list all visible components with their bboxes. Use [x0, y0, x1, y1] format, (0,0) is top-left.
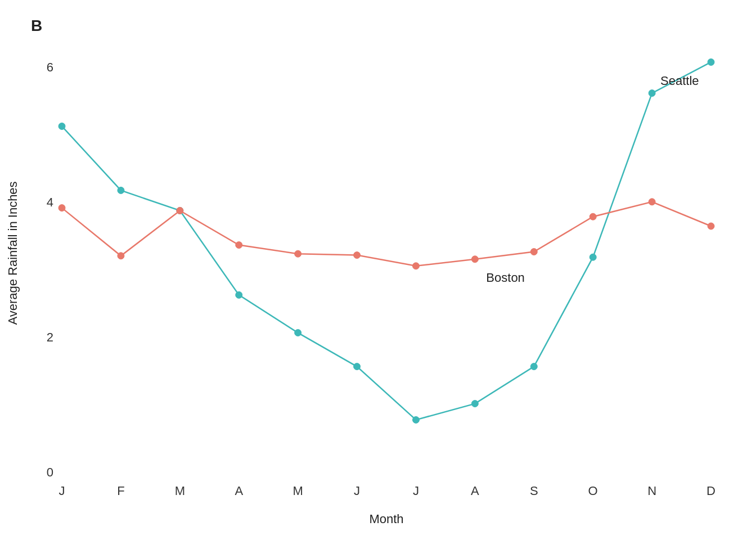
dot-boston-10: [649, 199, 655, 205]
y-tick-label: 4: [47, 195, 53, 209]
dot-seattle-6: [412, 416, 419, 423]
y-tick-label: 0: [47, 465, 53, 479]
dot-seattle-3: [236, 291, 242, 298]
x-tick-label: A: [235, 484, 243, 498]
boston-label: Boston: [486, 271, 525, 285]
x-tick-label: M: [175, 484, 185, 498]
x-tick-label: J: [354, 484, 360, 498]
chart-container: BAverage Rainfall in InchesMonth0246JFMA…: [0, 0, 756, 540]
line-boston: [62, 202, 711, 266]
dot-seattle-0: [58, 123, 65, 129]
x-tick-label: J: [413, 484, 419, 498]
dot-boston-6: [412, 263, 419, 269]
dot-boston-1: [118, 253, 124, 259]
dot-boston-8: [530, 249, 537, 255]
dot-boston-0: [58, 205, 65, 212]
dot-boston-11: [708, 223, 714, 230]
dot-boston-7: [471, 256, 478, 263]
x-tick-label: D: [706, 484, 716, 498]
dot-seattle-5: [354, 363, 361, 370]
dot-seattle-1: [118, 187, 124, 194]
x-tick-label: S: [530, 484, 538, 498]
dot-boston-3: [236, 242, 242, 249]
dot-boston-4: [295, 250, 302, 257]
dot-seattle-7: [471, 400, 478, 407]
y-axis-label: Average Rainfall in Inches: [6, 181, 20, 325]
seattle-label: Seattle: [660, 74, 699, 88]
x-tick-label: O: [588, 484, 598, 498]
y-tick-label: 6: [47, 60, 53, 74]
dot-seattle-4: [295, 330, 302, 336]
dot-seattle-11: [708, 58, 714, 65]
chart-title: B: [31, 17, 42, 34]
y-tick-label: 2: [47, 330, 53, 344]
line-seattle: [62, 62, 711, 420]
x-tick-label: M: [292, 484, 303, 498]
x-tick-label: N: [647, 484, 656, 498]
x-axis-label: Month: [369, 512, 403, 526]
dot-seattle-10: [649, 90, 655, 97]
x-tick-label: J: [59, 484, 65, 498]
dot-boston-2: [177, 207, 183, 214]
dot-seattle-8: [530, 363, 537, 370]
dot-boston-5: [354, 252, 361, 259]
dot-seattle-9: [590, 254, 596, 260]
dot-boston-9: [590, 213, 596, 220]
x-tick-label: A: [471, 484, 479, 498]
x-tick-label: F: [117, 484, 124, 498]
